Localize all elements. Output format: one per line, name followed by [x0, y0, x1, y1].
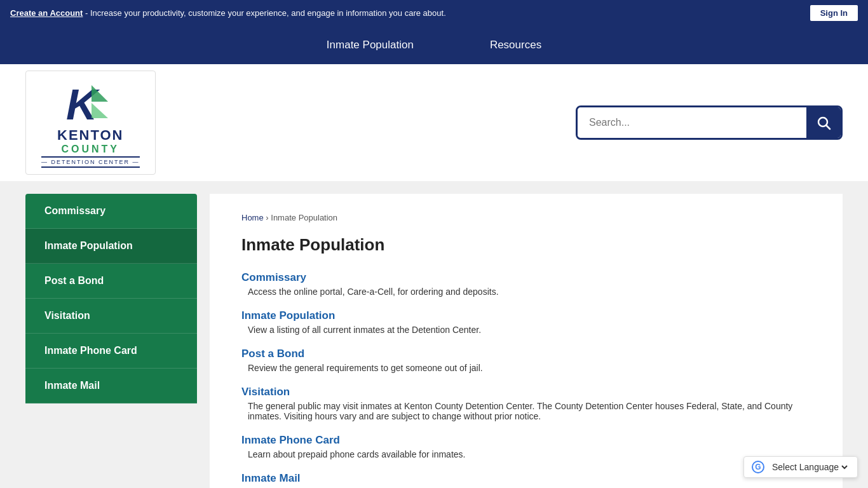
header-section: K KENTON COUNTY — DETENTION CENTER —: [0, 64, 868, 181]
section-link-visitation[interactable]: Visitation: [241, 386, 817, 398]
search-box: [576, 105, 843, 140]
tagline-text: - Increase your productivity, customize …: [83, 8, 445, 18]
nav-bar: Inmate Population Resources: [0, 26, 868, 64]
svg-marker-1: [92, 85, 108, 102]
section-visitation: Visitation The general public may visit …: [241, 386, 817, 421]
top-bar-left: Create an Account - Increase your produc…: [10, 8, 446, 18]
breadcrumb-home[interactable]: Home: [241, 213, 264, 222]
sidebar-item-inmate-population[interactable]: Inmate Population: [25, 229, 197, 264]
sidebar-item-inmate-phone-card[interactable]: Inmate Phone Card: [25, 334, 197, 369]
page-title: Inmate Population: [241, 235, 817, 255]
svg-line-4: [827, 126, 831, 130]
breadcrumb-current: Inmate Population: [271, 213, 337, 222]
section-desc-inmate-phone-card: Learn about prepaid phone cards availabl…: [248, 449, 817, 459]
section-desc-commissary: Access the online portal, Care-a-Cell, f…: [248, 287, 817, 297]
search-button[interactable]: [806, 105, 841, 140]
breadcrumb-separator: ›: [266, 213, 268, 222]
section-desc-inmate-population: View a listing of all current inmates at…: [248, 325, 817, 335]
nav-inmate-population[interactable]: Inmate Population: [327, 27, 414, 63]
section-inmate-phone-card: Inmate Phone Card Learn about prepaid ph…: [241, 434, 817, 459]
breadcrumb: Home › Inmate Population: [241, 213, 817, 222]
section-desc-visitation: The general public may visit inmates at …: [248, 401, 817, 421]
section-link-post-a-bond[interactable]: Post a Bond: [241, 348, 817, 360]
search-icon: [816, 115, 831, 130]
logo-icon-area: K: [65, 80, 116, 125]
search-input[interactable]: [578, 107, 806, 138]
content-area: Home › Inmate Population Inmate Populati…: [210, 194, 843, 488]
section-post-a-bond: Post a Bond Review the general requireme…: [241, 348, 817, 373]
section-commissary: Commissary Access the online portal, Car…: [241, 271, 817, 297]
search-area: [576, 105, 843, 140]
section-inmate-mail: Inmate Mail Learn the stipulations for s…: [241, 472, 817, 488]
create-account-link[interactable]: Create an Account: [10, 8, 83, 18]
section-desc-post-a-bond: Review the general requirements to get s…: [248, 363, 817, 373]
section-link-inmate-phone-card[interactable]: Inmate Phone Card: [241, 434, 817, 447]
svg-marker-2: [92, 103, 108, 118]
logo-county-text: COUNTY: [61, 144, 119, 155]
nav-resources[interactable]: Resources: [490, 27, 541, 63]
logo-box: K KENTON COUNTY — DETENTION CENTER —: [25, 71, 156, 175]
logo-detention-text: — DETENTION CENTER —: [41, 156, 140, 168]
sidebar-item-inmate-mail[interactable]: Inmate Mail: [25, 369, 197, 403]
section-link-commissary[interactable]: Commissary: [241, 271, 817, 284]
section-inmate-population: Inmate Population View a listing of all …: [241, 309, 817, 335]
logo-kenton-text: KENTON: [57, 127, 124, 144]
language-select[interactable]: Select Language English Spanish French G…: [770, 461, 850, 473]
sign-in-button[interactable]: Sign In: [810, 5, 858, 21]
logo-icon: K: [65, 80, 116, 125]
sidebar-item-visitation[interactable]: Visitation: [25, 299, 197, 334]
sidebar-item-post-a-bond[interactable]: Post a Bond: [25, 264, 197, 299]
section-link-inmate-mail[interactable]: Inmate Mail: [241, 472, 817, 485]
google-g-icon: G: [752, 461, 764, 473]
top-bar: Create an Account - Increase your produc…: [0, 0, 868, 26]
section-link-inmate-population[interactable]: Inmate Population: [241, 309, 817, 322]
sidebar-item-commissary[interactable]: Commissary: [25, 194, 197, 229]
translate-widget: G Select Language English Spanish French…: [743, 456, 858, 478]
main-wrapper: Commissary Inmate Population Post a Bond…: [0, 181, 868, 488]
sidebar: Commissary Inmate Population Post a Bond…: [25, 194, 197, 403]
